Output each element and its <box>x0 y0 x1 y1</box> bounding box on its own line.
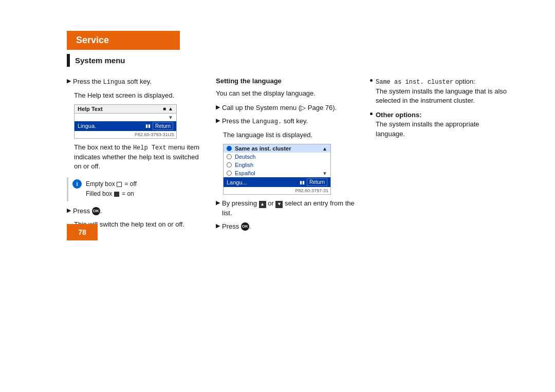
service-header: Service <box>67 31 180 50</box>
middle-step4: ▶ Press OK. <box>216 222 355 231</box>
screen-header: Help Text ■ ▲ <box>75 105 176 114</box>
empty-box-label: Empty box = off <box>86 179 137 189</box>
info-box: i Empty box = off Filled box = on <box>67 177 200 201</box>
middle-step3-text: By pressing ▲ or ▼ select an entry from … <box>222 199 355 217</box>
lang-row-deutsch: Deutsch <box>224 153 330 161</box>
arrow-icon-3: ▶ <box>216 104 220 110</box>
right-bullet1-body: The system installs the language that is… <box>376 87 507 104</box>
screen-title: Help Text <box>78 106 103 112</box>
radio-empty-icon-1 <box>227 154 232 159</box>
espanol-label: Español <box>235 170 255 176</box>
info-text: Empty box = off Filled box = on <box>86 179 137 199</box>
bullet-dot-2 <box>370 113 373 115</box>
left-column: ▶ Press the Lingua soft key. The Help te… <box>67 77 200 233</box>
arrow-icon-2: ▶ <box>67 207 71 214</box>
left-step1-text: Press the Lingua soft key. <box>73 77 152 87</box>
lingua-label: Lingua. <box>78 123 96 129</box>
left-body1: The box next to the Help Text menu item … <box>74 143 200 171</box>
right-bullet2-text: Other options: The system installs the a… <box>376 110 509 139</box>
arrow-icon-4: ▶ <box>216 117 220 124</box>
setting-language-heading: Setting the language <box>216 77 355 85</box>
help-text-code: Help Text <box>133 144 166 152</box>
deutsch-label: Deutsch <box>235 154 255 160</box>
lang-row-english: English <box>224 161 330 169</box>
down-nav-icon: ▼ <box>275 201 283 208</box>
screen-down-row: ▼ <box>75 114 176 121</box>
middle-step1-text: Call up the System menu (▷ Page 76). <box>222 103 337 113</box>
signal-icon-2: ▮▮ <box>300 180 305 185</box>
arrow-icon-6: ▶ <box>216 222 220 229</box>
left-step1: ▶ Press the Lingua soft key. <box>67 77 200 87</box>
signal-icon: ▮▮ <box>145 123 151 128</box>
middle-step4-text: Press OK. <box>222 222 251 231</box>
left-press-ok: ▶ Press OK. <box>67 207 200 216</box>
middle-column: Setting the language You can set the dis… <box>216 77 355 235</box>
radio-empty-icon-3 <box>227 171 232 176</box>
page-container: Service System menu ▶ Press the Lingua s… <box>0 0 555 256</box>
radio-filled-icon <box>227 146 232 151</box>
english-label: English <box>235 162 253 168</box>
lang-row-langu: Langu... ▮▮ Return <box>224 177 330 187</box>
middle-intro: You can set the display language. <box>216 89 355 98</box>
arrow-icon-1: ▶ <box>67 78 71 84</box>
info-icon: i <box>72 179 82 189</box>
arrow-icon-5: ▶ <box>216 199 220 206</box>
right-bullet2-body: The system installs the appropriate lang… <box>376 120 479 137</box>
left-step1-sub: The Help text screen is displayed. <box>74 91 200 100</box>
down-arrow-lang: ▼ <box>322 171 327 176</box>
same-cluster-label: Same as inst. cluster <box>235 145 291 152</box>
screen-lingua-row: Lingua. ▮▮ Return <box>75 121 176 131</box>
lingua-code: Lingua <box>103 79 125 86</box>
right-column: Same as inst. cluster option: The system… <box>370 77 509 144</box>
up-arrow-lang: ▲ <box>322 146 327 152</box>
ok-button-icon-2: OK <box>241 222 249 231</box>
lang-row-same: Same as inst. cluster ▲ <box>224 144 330 153</box>
middle-step2: ▶ Press the Languag. soft key. <box>216 117 355 126</box>
press-ok-text: Press OK. <box>73 207 102 216</box>
return-button: Return <box>153 122 173 130</box>
ok-button-icon: OK <box>92 207 100 215</box>
middle-step3: ▶ By pressing ▲ or ▼ select an entry fro… <box>216 199 355 217</box>
languag-code: Languag. <box>252 118 282 125</box>
right-bullet2: Other options: The system installs the a… <box>370 110 509 139</box>
down-arrow-icon: ▼ <box>168 115 173 120</box>
return-button-2: Return <box>307 178 327 186</box>
screen-icons: ■ ▲ <box>163 106 173 111</box>
middle-step2-text: Press the Languag. soft key. <box>222 117 308 126</box>
checkbox-icon: ■ <box>163 106 166 111</box>
part-number-2: P82.60-3797-31 <box>224 187 330 194</box>
language-screen: Same as inst. cluster ▲ Deutsch English … <box>223 144 331 195</box>
right-bullet1: Same as inst. cluster option: The system… <box>370 77 509 105</box>
up-nav-icon: ▲ <box>259 201 266 208</box>
radio-empty-icon-2 <box>227 162 232 167</box>
right-bullet1-text: Same as inst. cluster option: The system… <box>376 77 509 105</box>
other-options-label: Other options: <box>376 111 422 119</box>
screen-body: ▼ Lingua. ▮▮ Return <box>75 114 176 131</box>
filled-box-label: Filled box = on <box>86 189 137 199</box>
same-as-cluster-code: Same as inst. cluster <box>376 79 453 86</box>
checkbox-filled-icon <box>114 192 119 197</box>
lang-row-espanol: Español ▼ <box>224 169 330 177</box>
page-number: 78 <box>67 224 98 240</box>
system-menu-title: System menu <box>67 54 509 67</box>
up-arrow-icon: ▲ <box>168 106 173 111</box>
part-number-1: P82.60-3793-31US <box>75 131 176 138</box>
checkbox-empty-icon <box>117 182 122 187</box>
content-columns: ▶ Press the Lingua soft key. The Help te… <box>67 77 509 235</box>
bullet-dot-1 <box>370 79 373 82</box>
langu-label: Langu... <box>227 179 247 185</box>
middle-step1: ▶ Call up the System menu (▷ Page 76). <box>216 103 355 113</box>
help-text-screen: Help Text ■ ▲ ▼ Lingua. ▮▮ Return <box>74 104 177 139</box>
middle-step2-sub: The language list is displayed. <box>223 130 355 140</box>
